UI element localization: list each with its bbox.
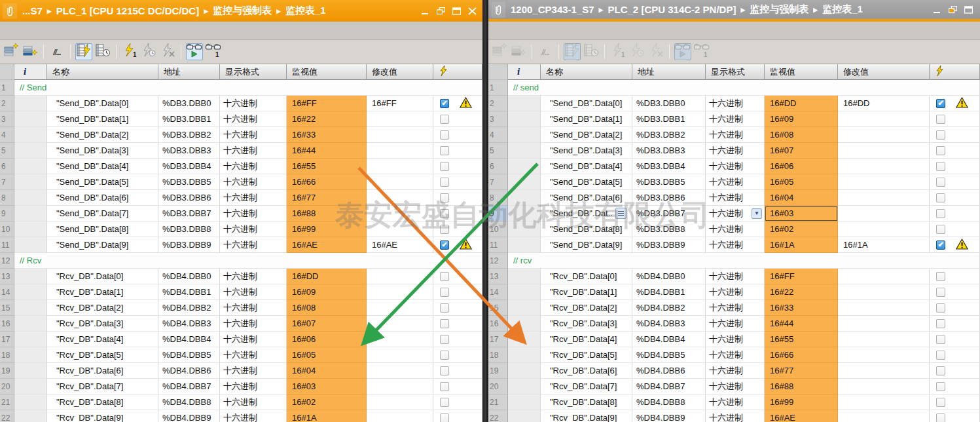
modify-value-cell[interactable] [838,174,930,190]
row-number[interactable]: 7 [488,174,508,190]
modify-trigger-button[interactable] [140,43,157,60]
monitor-value-cell[interactable]: 16#03 [765,206,838,221]
modify-cancel-button[interactable] [647,43,664,60]
address-cell[interactable]: %DB4.DBB9 [632,410,706,422]
modify-checkbox[interactable] [936,130,945,140]
monitor-value-cell[interactable]: 16#22 [287,111,367,127]
modify-checkbox[interactable] [936,366,945,375]
tag-name-cell[interactable]: "Send_DB".Data[5] [47,174,158,190]
comment-cell[interactable]: // Rcv [14,253,482,269]
column-header-monitor[interactable]: 监视值 [287,64,367,80]
row-number[interactable]: 17 [0,332,14,347]
watch-run-button[interactable] [674,43,691,60]
tag-name-cell[interactable]: "Rcv_DB".Data[4] [47,332,158,347]
tag-name-cell[interactable]: "Send_DB".Data[1] [47,111,158,127]
modify-value-cell[interactable] [838,410,930,422]
row-number[interactable]: 1 [0,80,14,96]
row-number[interactable]: 21 [488,394,508,410]
tag-name-cell[interactable]: "Rcv_DB".Data[5] [47,347,158,363]
modify-checkbox[interactable]: ✔ [936,99,945,108]
row-number[interactable]: 20 [488,379,508,394]
row-number[interactable]: 20 [0,379,14,394]
modify-checkbox[interactable] [440,272,449,281]
address-cell[interactable]: %DB4.DBB1 [158,284,220,300]
column-header-name[interactable]: 名称 [541,64,632,80]
address-cell[interactable]: %DB4.DBB3 [158,316,220,332]
modify-value-cell[interactable] [367,159,433,174]
row-number[interactable]: 2 [0,96,14,111]
modify-checkbox[interactable] [936,115,945,124]
monitor-value-cell[interactable]: 16#03 [287,379,367,394]
monitor-value-cell[interactable]: 16#06 [287,332,367,347]
monitor-value-cell[interactable]: 16#99 [287,221,367,237]
display-format-cell[interactable]: 十六进制 [220,269,287,284]
modify-checkbox[interactable] [440,303,449,313]
monitor-value-cell[interactable]: 16#DD [287,269,367,284]
modify-checkbox[interactable] [936,398,945,407]
column-header-modify-flash[interactable] [930,64,980,80]
monitor-value-cell[interactable]: 16#FF [287,96,367,111]
monitor-value-cell[interactable]: 16#33 [287,127,367,143]
row-number[interactable]: 8 [488,190,508,206]
modify-value-cell[interactable] [838,111,930,127]
address-cell[interactable]: %DB4.DBB2 [158,300,220,316]
row-number[interactable]: 14 [488,284,508,300]
column-header-info[interactable]: i [14,64,47,80]
tag-name-cell[interactable]: "Send_DB".Data[7] [47,206,158,221]
address-cell[interactable]: %DB4.DBB3 [632,316,706,332]
display-format-cell[interactable]: 十六进制 [706,190,765,206]
modify-value-cell[interactable] [838,190,930,206]
monitor-value-cell[interactable]: 16#66 [287,174,367,190]
modify-checkbox[interactable] [936,162,945,171]
column-header-modify-flash[interactable] [433,64,482,80]
row-number[interactable]: 19 [0,363,14,379]
modify-checkbox[interactable] [936,288,945,297]
address-cell[interactable]: %DB3.DBB6 [632,190,706,206]
modify-checkbox[interactable] [440,209,449,218]
column-header-name[interactable]: 名称 [47,64,158,80]
column-header-modify[interactable]: 修改值 [367,64,433,80]
row-number[interactable]: 4 [488,127,508,143]
monitor-value-cell[interactable]: 16#77 [287,190,367,206]
tag-name-cell[interactable]: "Rcv_DB".Data[2] [47,300,158,316]
display-format-cell[interactable]: 十六进制 [706,237,765,253]
monitor-value-cell[interactable]: 16#DD [765,96,838,111]
display-format-cell[interactable]: 十六进制 [220,206,287,221]
modify-checkbox[interactable] [440,130,449,140]
row-number[interactable]: 13 [488,269,508,284]
address-cell[interactable]: %DB3.DBB4 [632,159,706,174]
add-row-button[interactable] [510,43,527,60]
address-cell[interactable]: %DB3.DBB0 [158,96,220,111]
monitor-value-cell[interactable]: 16#05 [287,347,367,363]
tag-name-cell[interactable]: "Rcv_DB".Data[4] [541,332,632,347]
breadcrumb-part[interactable]: 监控与强制表 [750,3,808,16]
modify-value-cell[interactable] [838,269,930,284]
address-cell[interactable]: %DB3.DBB7 [632,206,706,221]
modify-value-cell[interactable] [838,206,930,221]
breadcrumb-part[interactable]: PLC_2 [CPU 314C-2 PN/DP] [608,4,736,15]
modify-value-cell[interactable] [367,190,433,206]
row-number[interactable]: 3 [0,111,14,127]
comment-cell[interactable]: // rcv [508,253,980,269]
breadcrumb-part[interactable]: 监控表_1 [822,3,863,16]
modify-value-cell[interactable]: 16#FF [367,96,433,111]
row-number[interactable]: 15 [488,300,508,316]
modify-checkbox[interactable] [440,115,449,124]
tag-name-cell[interactable]: "Rcv_DB".Data[0] [541,269,632,284]
address-cell[interactable]: %DB3.DBB2 [632,127,706,143]
monitor-value-cell[interactable]: 16#44 [765,316,838,332]
row-number[interactable]: 5 [0,143,14,159]
address-cell[interactable]: %DB3.DBB1 [632,111,706,127]
row-number[interactable]: 14 [0,284,14,300]
display-format-cell[interactable]: 十六进制 [706,284,765,300]
row-number[interactable]: 11 [0,237,14,253]
tag-name-cell[interactable]: "Rcv_DB".Data[9] [47,410,158,422]
monitor-value-cell[interactable]: 16#04 [765,190,838,206]
column-header-format[interactable]: 显示格式 [706,64,765,80]
tag-name-cell[interactable]: "Rcv_DB".Data[6] [47,363,158,379]
insert-row-button[interactable] [3,43,20,60]
modify-checkbox[interactable] [440,413,449,422]
modify-checkbox[interactable] [936,382,945,391]
tag-name-cell[interactable]: "Send_DB".Data[4] [541,159,632,174]
modify-value-cell[interactable] [367,174,433,190]
